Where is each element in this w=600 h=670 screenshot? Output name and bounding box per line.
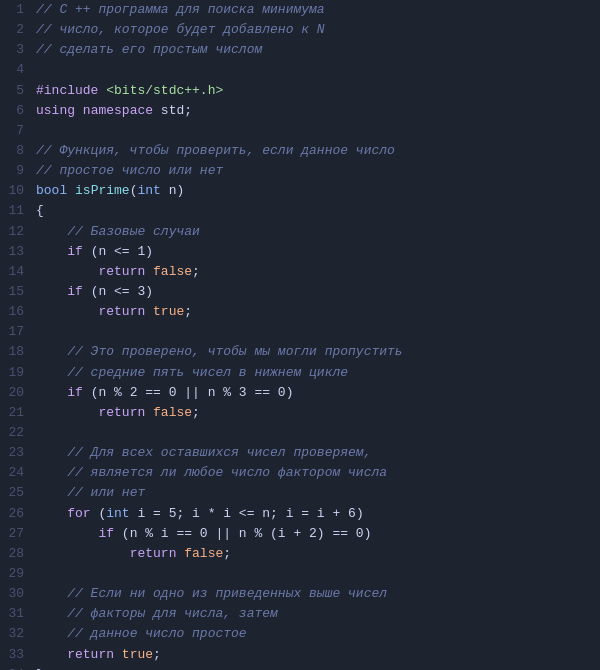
line-code: // простое число или нет [36,161,223,181]
code-line: 17 [0,322,600,342]
line-code: return true; [36,645,161,665]
line-number: 18 [0,342,36,362]
code-line: 31 // факторы для числа, затем [0,604,600,624]
line-number: 16 [0,302,36,322]
line-number: 8 [0,141,36,161]
line-code: // факторы для числа, затем [36,604,278,624]
code-line: 32 // данное число простое [0,624,600,644]
line-number: 19 [0,363,36,383]
code-line: 20 if (n % 2 == 0 || n % 3 == 0) [0,383,600,403]
line-code: // Базовые случаи [36,222,200,242]
line-code [36,564,44,584]
line-number: 34 [0,665,36,670]
line-code: if (n <= 3) [36,282,153,302]
line-code: // сделать его простым числом [36,40,262,60]
code-line: 16 return true; [0,302,600,322]
code-line: 18 // Это проверено, чтобы мы могли проп… [0,342,600,362]
code-line: 24 // является ли любое число фактором ч… [0,463,600,483]
line-code: // C ++ программа для поиска минимума [36,0,325,20]
line-code: if (n % i == 0 || n % (i + 2) == 0) [36,524,371,544]
line-number: 15 [0,282,36,302]
line-number: 17 [0,322,36,342]
line-code: // Для всех оставшихся чисел проверяем, [36,443,371,463]
line-number: 4 [0,60,36,80]
code-line: 33 return true; [0,645,600,665]
line-code: #include <bits/stdc++.h> [36,81,223,101]
line-number: 33 [0,645,36,665]
line-number: 13 [0,242,36,262]
code-line: 5#include <bits/stdc++.h> [0,81,600,101]
code-line: 25 // или нет [0,483,600,503]
line-code: // Функция, чтобы проверить, если данное… [36,141,395,161]
code-line: 11{ [0,201,600,221]
line-number: 21 [0,403,36,423]
line-number: 11 [0,201,36,221]
code-line: 3// сделать его простым числом [0,40,600,60]
line-number: 12 [0,222,36,242]
code-line: 4 [0,60,600,80]
line-code: if (n <= 1) [36,242,153,262]
line-number: 1 [0,0,36,20]
line-number: 5 [0,81,36,101]
code-line: 13 if (n <= 1) [0,242,600,262]
code-editor: 1// C ++ программа для поиска минимума2/… [0,0,600,670]
code-line: 23 // Для всех оставшихся чисел проверяе… [0,443,600,463]
code-line: 1// C ++ программа для поиска минимума [0,0,600,20]
code-line: 30 // Если ни одно из приведенных выше ч… [0,584,600,604]
line-number: 30 [0,584,36,604]
line-number: 27 [0,524,36,544]
line-code: } [36,665,44,670]
line-code: // средние пять чисел в нижнем цикле [36,363,348,383]
line-number: 9 [0,161,36,181]
line-number: 26 [0,504,36,524]
line-code [36,121,44,141]
code-line: 21 return false; [0,403,600,423]
line-code: if (n % 2 == 0 || n % 3 == 0) [36,383,293,403]
code-line: 29 [0,564,600,584]
line-number: 2 [0,20,36,40]
code-line: 19 // средние пять чисел в нижнем цикле [0,363,600,383]
line-number: 6 [0,101,36,121]
line-code: bool isPrime(int n) [36,181,184,201]
line-number: 23 [0,443,36,463]
line-code [36,60,44,80]
line-code: // является ли любое число фактором числ… [36,463,387,483]
line-number: 28 [0,544,36,564]
line-number: 22 [0,423,36,443]
line-code: return false; [36,262,200,282]
line-number: 10 [0,181,36,201]
code-line: 28 return false; [0,544,600,564]
code-line: 6using namespace std; [0,101,600,121]
line-number: 7 [0,121,36,141]
line-code: using namespace std; [36,101,192,121]
line-number: 32 [0,624,36,644]
line-code [36,423,44,443]
line-code: // число, которое будет добавлено к N [36,20,325,40]
code-line: 12 // Базовые случаи [0,222,600,242]
line-number: 3 [0,40,36,60]
code-line: 26 for (int i = 5; i * i <= n; i = i + 6… [0,504,600,524]
line-number: 14 [0,262,36,282]
line-number: 24 [0,463,36,483]
code-line: 15 if (n <= 3) [0,282,600,302]
code-line: 7 [0,121,600,141]
code-line: 14 return false; [0,262,600,282]
line-code: // Это проверено, чтобы мы могли пропуст… [36,342,403,362]
code-line: 22 [0,423,600,443]
code-line: 34} [0,665,600,670]
code-line: 9// простое число или нет [0,161,600,181]
code-line: 27 if (n % i == 0 || n % (i + 2) == 0) [0,524,600,544]
line-code: { [36,201,44,221]
line-number: 29 [0,564,36,584]
line-code: // или нет [36,483,145,503]
line-code [36,322,44,342]
line-code: return false; [36,403,200,423]
line-number: 25 [0,483,36,503]
line-code: return false; [36,544,231,564]
line-number: 20 [0,383,36,403]
line-code: return true; [36,302,192,322]
line-number: 31 [0,604,36,624]
code-line: 8// Функция, чтобы проверить, если данно… [0,141,600,161]
line-code: // Если ни одно из приведенных выше чисе… [36,584,387,604]
code-line: 10bool isPrime(int n) [0,181,600,201]
